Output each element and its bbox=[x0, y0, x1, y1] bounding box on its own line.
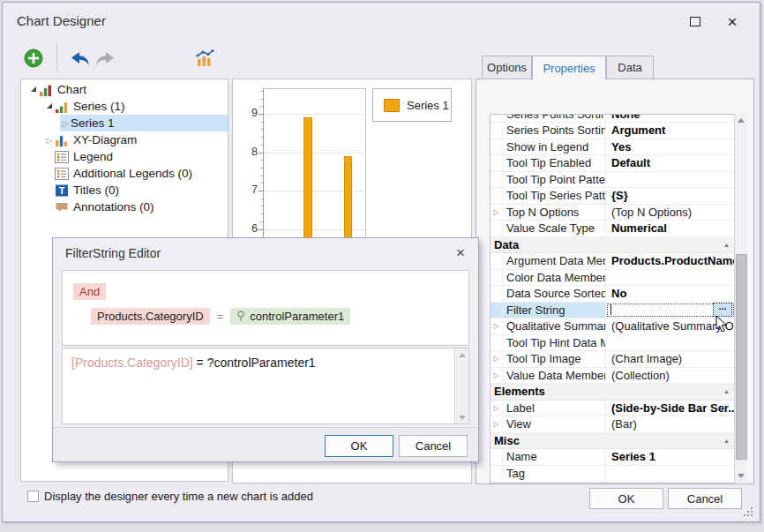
property-row-tool-tip-enabled[interactable]: Tool Tip EnabledDefault bbox=[491, 155, 735, 172]
collapsed-arrow-icon[interactable]: ▷ bbox=[60, 119, 71, 128]
property-row-argument-data-mem[interactable]: Argument Data Mem...Products.ProductName bbox=[491, 253, 735, 270]
property-value[interactable]: (Side-by-Side Bar Ser... bbox=[606, 401, 736, 416]
expand-arrow-icon[interactable]: ▷ bbox=[491, 416, 503, 432]
display-designer-checkbox[interactable] bbox=[27, 491, 39, 502]
property-value[interactable]: Numerical bbox=[606, 221, 735, 236]
expand-arrow-icon[interactable]: ▷ bbox=[491, 205, 503, 221]
expanded-arrow-icon[interactable] bbox=[47, 103, 52, 109]
row-gutter bbox=[491, 286, 503, 302]
property-row-data-source-sorted[interactable]: Data Source SortedNo bbox=[491, 286, 735, 303]
property-row-show-in-legend[interactable]: Show in LegendYes bbox=[491, 139, 735, 156]
tree-item-annotations-0[interactable]: Annotations (0) bbox=[21, 199, 228, 215]
cancel-button[interactable]: Cancel bbox=[668, 488, 742, 509]
tree-item-titles-0[interactable]: TTitles (0) bbox=[21, 182, 228, 199]
scroll-down-arrow-icon[interactable] bbox=[735, 469, 747, 482]
property-row-tool-tip-point-pattern[interactable]: Tool Tip Point Pattern bbox=[491, 172, 735, 189]
collapse-arrow-icon[interactable]: ▲ bbox=[723, 438, 730, 444]
section-header-misc[interactable]: Misc▲ bbox=[491, 433, 735, 450]
expression-scrollbar[interactable] bbox=[454, 348, 468, 423]
collapse-arrow-icon[interactable]: ▲ bbox=[723, 242, 730, 248]
tree-item-series-1[interactable]: ▷Series 1 bbox=[21, 115, 228, 131]
tree-item-chart[interactable]: Chart bbox=[21, 81, 228, 98]
property-value[interactable]: No bbox=[606, 286, 735, 302]
dialog-cancel-button[interactable]: Cancel bbox=[399, 435, 468, 457]
filter-condition-area[interactable]: And Products.CategoryID = controlParamet… bbox=[62, 270, 469, 346]
scroll-up-arrow-icon[interactable] bbox=[735, 114, 747, 126]
condition-operator[interactable]: = bbox=[217, 310, 224, 323]
property-row-value-scale-type[interactable]: Value Scale TypeNumerical bbox=[491, 221, 735, 237]
property-grid-scrollbar[interactable] bbox=[734, 114, 747, 482]
chart-type-button[interactable] bbox=[194, 48, 215, 69]
property-value[interactable]: (Top N Options) bbox=[606, 205, 735, 221]
scroll-up-arrow-icon[interactable] bbox=[455, 348, 468, 361]
collapse-arrow-icon[interactable]: ▲ bbox=[723, 388, 730, 394]
collapsed-arrow-icon[interactable]: ▷ bbox=[44, 136, 55, 145]
property-value[interactable]: Default bbox=[606, 155, 735, 171]
section-header-data[interactable]: Data▲ bbox=[491, 237, 735, 254]
property-value[interactable]: Yes bbox=[606, 139, 735, 155]
close-button[interactable]: × bbox=[721, 11, 744, 31]
expand-arrow-icon[interactable]: ▷ bbox=[491, 318, 503, 334]
property-row-series-points-sorting[interactable]: Series Points SortingNone bbox=[491, 115, 735, 123]
property-value[interactable] bbox=[606, 270, 735, 286]
expand-arrow-icon[interactable]: ▷ bbox=[491, 401, 503, 416]
property-row-qualitative-summar[interactable]: ▷Qualitative Summar...(Qualitative Summa… bbox=[491, 318, 735, 335]
legend-list-icon bbox=[55, 150, 69, 164]
resize-grip[interactable] bbox=[744, 507, 754, 518]
property-row-tool-tip-image[interactable]: ▷Tool Tip Image(Chart Image) bbox=[491, 351, 735, 368]
ok-button[interactable]: OK bbox=[589, 488, 663, 509]
property-row-series-points-sorting[interactable]: Series Points Sorting...Argument bbox=[491, 123, 735, 139]
dialog-close-button[interactable]: × bbox=[452, 244, 469, 262]
property-row-name[interactable]: NameSeries 1 bbox=[491, 449, 735, 466]
property-row-label[interactable]: ▷Label(Side-by-Side Bar Ser... bbox=[491, 401, 735, 417]
condition-value-chip[interactable]: controlParameter1 bbox=[230, 308, 350, 325]
redo-button[interactable] bbox=[94, 49, 116, 67]
property-label: Series Points Sorting... bbox=[503, 123, 606, 139]
row-gutter bbox=[491, 270, 503, 286]
tab-data[interactable]: Data bbox=[606, 56, 654, 79]
property-row-tool-tip-hint-data-m[interactable]: Tool Tip Hint Data M... bbox=[491, 335, 735, 352]
expand-arrow-icon[interactable]: ▷ bbox=[491, 368, 503, 384]
tab-properties[interactable]: Properties bbox=[532, 56, 606, 80]
undo-button[interactable] bbox=[70, 49, 91, 67]
property-value[interactable]: Argument bbox=[606, 123, 735, 139]
property-value[interactable]: None bbox=[606, 115, 735, 122]
property-row-color-data-member[interactable]: Color Data Member bbox=[491, 270, 735, 287]
property-value[interactable]: (Collection) bbox=[606, 368, 735, 384]
property-value[interactable]: Products.ProductName bbox=[606, 253, 736, 269]
close-icon: × bbox=[727, 13, 737, 30]
add-chart-element-button[interactable] bbox=[22, 47, 45, 70]
scroll-down-arrow-icon[interactable] bbox=[455, 411, 468, 423]
property-label: Tool Tip Series Patte... bbox=[503, 188, 606, 204]
section-header-elements[interactable]: Elements▲ bbox=[491, 384, 735, 401]
property-row-top-n-options[interactable]: ▷Top N Options(Top N Options) bbox=[491, 205, 735, 221]
property-value[interactable]: (Chart Image) bbox=[606, 351, 735, 367]
tree-item-xy-diagram[interactable]: ▷XY-Diagram bbox=[21, 131, 228, 148]
property-value[interactable] bbox=[606, 466, 735, 482]
property-row-tool-tip-series-patte[interactable]: Tool Tip Series Patte...{S} bbox=[491, 188, 735, 205]
property-row-filter-string[interactable]: Filter String... bbox=[491, 303, 735, 319]
gridline bbox=[264, 114, 364, 115]
property-value[interactable]: (Bar) bbox=[606, 416, 735, 432]
expand-arrow-icon[interactable]: ▷ bbox=[491, 351, 503, 367]
maximize-button[interactable] bbox=[684, 11, 707, 31]
expanded-arrow-icon[interactable] bbox=[31, 86, 36, 92]
condition-field-chip[interactable]: Products.CategoryID bbox=[91, 308, 210, 325]
tree-item-additional-legends-0[interactable]: Additional Legends (0) bbox=[21, 165, 228, 182]
property-value[interactable] bbox=[606, 335, 735, 351]
property-row-tag[interactable]: Tag bbox=[491, 466, 735, 483]
tab-options[interactable]: Options bbox=[482, 56, 532, 79]
tree-item-series-1[interactable]: Series (1) bbox=[21, 98, 228, 115]
property-value[interactable]: Series 1 bbox=[606, 449, 735, 465]
property-value[interactable] bbox=[606, 172, 735, 188]
y-axis-minor-tick bbox=[260, 199, 263, 199]
scrollbar-thumb[interactable] bbox=[736, 254, 747, 460]
property-row-view[interactable]: ▷View(Bar) bbox=[491, 416, 735, 433]
filter-expression-text-area[interactable]: [Products.CategoryID] = ?controlParamete… bbox=[62, 348, 469, 424]
dialog-ok-button[interactable]: OK bbox=[325, 435, 393, 457]
maximize-icon bbox=[690, 17, 700, 26]
property-row-value-data-members[interactable]: ▷Value Data Members(Collection) bbox=[491, 368, 735, 385]
property-value[interactable]: {S} bbox=[606, 188, 735, 204]
group-operator-chip[interactable]: And bbox=[73, 283, 106, 300]
tree-item-legend[interactable]: Legend bbox=[21, 148, 228, 165]
